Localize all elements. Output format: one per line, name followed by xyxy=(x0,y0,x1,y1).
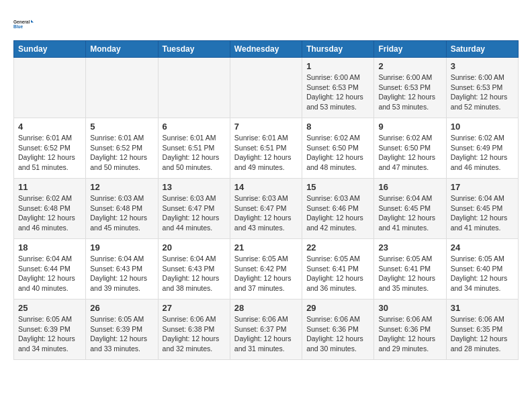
day-number: 12 xyxy=(90,182,153,192)
calendar-cell: 20Sunrise: 6:04 AM Sunset: 6:43 PM Dayli… xyxy=(158,239,230,300)
day-number: 29 xyxy=(306,303,369,313)
day-info: Sunrise: 6:06 AM Sunset: 6:36 PM Dayligh… xyxy=(378,314,441,354)
day-info: Sunrise: 6:05 AM Sunset: 6:42 PM Dayligh… xyxy=(234,254,298,293)
day-number: 1 xyxy=(306,61,369,71)
calendar-cell: 28Sunrise: 6:06 AM Sunset: 6:37 PM Dayli… xyxy=(230,300,302,360)
day-info: Sunrise: 6:05 AM Sunset: 6:40 PM Dayligh… xyxy=(451,254,514,293)
calendar-cell: 2Sunrise: 6:00 AM Sunset: 6:53 PM Daylig… xyxy=(374,58,446,118)
calendar-cell: 16Sunrise: 6:04 AM Sunset: 6:45 PM Dayli… xyxy=(374,179,446,239)
day-info: Sunrise: 6:03 AM Sunset: 6:47 PM Dayligh… xyxy=(163,193,226,233)
calendar-cell: 21Sunrise: 6:05 AM Sunset: 6:42 PM Dayli… xyxy=(230,239,302,300)
day-info: Sunrise: 6:03 AM Sunset: 6:48 PM Dayligh… xyxy=(90,193,153,233)
day-number: 8 xyxy=(306,122,369,132)
week-row-2: 4Sunrise: 6:01 AM Sunset: 6:52 PM Daylig… xyxy=(14,118,519,179)
calendar-cell: 14Sunrise: 6:03 AM Sunset: 6:47 PM Dayli… xyxy=(230,179,302,239)
calendar-cell: 27Sunrise: 6:06 AM Sunset: 6:38 PM Dayli… xyxy=(158,300,230,360)
day-number: 24 xyxy=(451,242,514,253)
header: General Blue xyxy=(13,13,519,34)
day-number: 20 xyxy=(163,242,226,253)
calendar-cell: 17Sunrise: 6:04 AM Sunset: 6:45 PM Dayli… xyxy=(446,179,518,239)
calendar-cell xyxy=(86,58,158,118)
header-thursday: Thursday xyxy=(302,41,374,58)
day-number: 30 xyxy=(378,303,441,313)
calendar-cell: 12Sunrise: 6:03 AM Sunset: 6:48 PM Dayli… xyxy=(86,179,158,239)
day-number: 3 xyxy=(451,61,514,71)
calendar-cell: 18Sunrise: 6:04 AM Sunset: 6:44 PM Dayli… xyxy=(14,239,86,300)
day-number: 2 xyxy=(378,61,441,71)
day-info: Sunrise: 6:04 AM Sunset: 6:43 PM Dayligh… xyxy=(163,254,226,293)
calendar-cell xyxy=(158,58,230,118)
day-number: 26 xyxy=(90,303,153,313)
day-number: 23 xyxy=(378,242,441,253)
day-number: 6 xyxy=(163,122,226,132)
day-info: Sunrise: 6:02 AM Sunset: 6:48 PM Dayligh… xyxy=(18,193,81,233)
calendar-cell: 30Sunrise: 6:06 AM Sunset: 6:36 PM Dayli… xyxy=(374,300,446,360)
day-number: 10 xyxy=(451,122,514,132)
calendar-cell: 5Sunrise: 6:01 AM Sunset: 6:52 PM Daylig… xyxy=(86,118,158,179)
calendar-cell: 15Sunrise: 6:03 AM Sunset: 6:46 PM Dayli… xyxy=(302,179,374,239)
day-info: Sunrise: 6:05 AM Sunset: 6:39 PM Dayligh… xyxy=(90,314,153,354)
header-tuesday: Tuesday xyxy=(158,41,230,58)
day-info: Sunrise: 6:02 AM Sunset: 6:50 PM Dayligh… xyxy=(378,133,441,173)
day-info: Sunrise: 6:05 AM Sunset: 6:41 PM Dayligh… xyxy=(306,254,369,293)
day-number: 4 xyxy=(18,122,81,132)
calendar-cell: 4Sunrise: 6:01 AM Sunset: 6:52 PM Daylig… xyxy=(14,118,86,179)
day-info: Sunrise: 6:01 AM Sunset: 6:51 PM Dayligh… xyxy=(163,133,226,173)
day-info: Sunrise: 6:05 AM Sunset: 6:39 PM Dayligh… xyxy=(18,314,81,354)
day-info: Sunrise: 6:06 AM Sunset: 6:37 PM Dayligh… xyxy=(234,314,298,354)
day-info: Sunrise: 6:03 AM Sunset: 6:47 PM Dayligh… xyxy=(234,193,298,233)
calendar-body: 1Sunrise: 6:00 AM Sunset: 6:53 PM Daylig… xyxy=(14,58,519,360)
header-monday: Monday xyxy=(86,41,158,58)
calendar-cell: 22Sunrise: 6:05 AM Sunset: 6:41 PM Dayli… xyxy=(302,239,374,300)
day-number: 19 xyxy=(90,242,153,253)
day-info: Sunrise: 6:02 AM Sunset: 6:49 PM Dayligh… xyxy=(451,133,514,173)
calendar-cell: 19Sunrise: 6:04 AM Sunset: 6:43 PM Dayli… xyxy=(86,239,158,300)
day-info: Sunrise: 6:00 AM Sunset: 6:53 PM Dayligh… xyxy=(306,73,369,112)
header-saturday: Saturday xyxy=(446,41,518,58)
day-number: 7 xyxy=(234,122,298,132)
day-number: 14 xyxy=(234,182,298,192)
calendar-cell: 26Sunrise: 6:05 AM Sunset: 6:39 PM Dayli… xyxy=(86,300,158,360)
day-info: Sunrise: 6:04 AM Sunset: 6:44 PM Dayligh… xyxy=(18,254,81,293)
day-number: 5 xyxy=(90,122,153,132)
day-info: Sunrise: 6:00 AM Sunset: 6:53 PM Dayligh… xyxy=(451,73,514,112)
day-info: Sunrise: 6:05 AM Sunset: 6:41 PM Dayligh… xyxy=(378,254,441,293)
day-info: Sunrise: 6:02 AM Sunset: 6:50 PM Dayligh… xyxy=(306,133,369,173)
day-info: Sunrise: 6:00 AM Sunset: 6:53 PM Dayligh… xyxy=(378,73,441,112)
day-number: 11 xyxy=(18,182,81,192)
day-number: 28 xyxy=(234,303,298,313)
day-info: Sunrise: 6:04 AM Sunset: 6:45 PM Dayligh… xyxy=(378,193,441,233)
day-info: Sunrise: 6:04 AM Sunset: 6:43 PM Dayligh… xyxy=(90,254,153,293)
day-number: 13 xyxy=(163,182,226,192)
day-number: 17 xyxy=(451,182,514,192)
calendar-cell: 10Sunrise: 6:02 AM Sunset: 6:49 PM Dayli… xyxy=(446,118,518,179)
svg-text:Blue: Blue xyxy=(13,24,23,29)
day-info: Sunrise: 6:06 AM Sunset: 6:36 PM Dayligh… xyxy=(306,314,369,354)
day-info: Sunrise: 6:01 AM Sunset: 6:52 PM Dayligh… xyxy=(18,133,81,173)
day-info: Sunrise: 6:06 AM Sunset: 6:38 PM Dayligh… xyxy=(163,314,226,354)
day-info: Sunrise: 6:03 AM Sunset: 6:46 PM Dayligh… xyxy=(306,193,369,233)
day-number: 16 xyxy=(378,182,441,192)
svg-marker-2 xyxy=(31,20,34,23)
calendar-header: SundayMondayTuesdayWednesdayThursdayFrid… xyxy=(14,41,519,58)
week-row-3: 11Sunrise: 6:02 AM Sunset: 6:48 PM Dayli… xyxy=(14,179,519,239)
day-info: Sunrise: 6:01 AM Sunset: 6:52 PM Dayligh… xyxy=(90,133,153,173)
header-sunday: Sunday xyxy=(14,41,86,58)
calendar-cell: 25Sunrise: 6:05 AM Sunset: 6:39 PM Dayli… xyxy=(14,300,86,360)
day-number: 31 xyxy=(451,303,514,313)
header-wednesday: Wednesday xyxy=(230,41,302,58)
calendar-cell: 23Sunrise: 6:05 AM Sunset: 6:41 PM Dayli… xyxy=(374,239,446,300)
calendar-cell xyxy=(230,58,302,118)
header-row: SundayMondayTuesdayWednesdayThursdayFrid… xyxy=(14,41,519,58)
calendar-cell xyxy=(14,58,86,118)
calendar-cell: 13Sunrise: 6:03 AM Sunset: 6:47 PM Dayli… xyxy=(158,179,230,239)
day-info: Sunrise: 6:01 AM Sunset: 6:51 PM Dayligh… xyxy=(234,133,298,173)
calendar-cell: 8Sunrise: 6:02 AM Sunset: 6:50 PM Daylig… xyxy=(302,118,374,179)
day-number: 9 xyxy=(378,122,441,132)
logo: General Blue xyxy=(13,13,34,34)
day-number: 15 xyxy=(306,182,369,192)
svg-text:General: General xyxy=(13,19,30,24)
day-info: Sunrise: 6:06 AM Sunset: 6:35 PM Dayligh… xyxy=(451,314,514,354)
calendar-table: SundayMondayTuesdayWednesdayThursdayFrid… xyxy=(13,40,519,360)
header-friday: Friday xyxy=(374,41,446,58)
